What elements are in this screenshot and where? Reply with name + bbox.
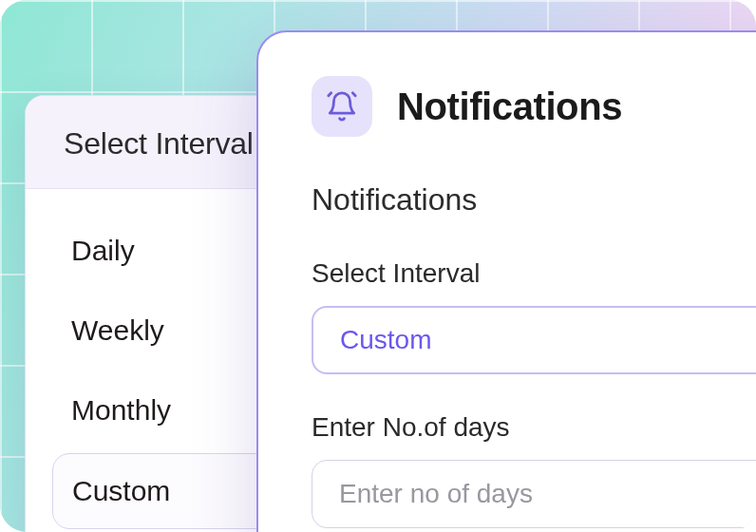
- days-input-wrapper: [312, 460, 756, 528]
- card-header: Notifications: [312, 76, 756, 137]
- card-title: Notifications: [397, 86, 622, 128]
- notifications-card: Notifications Notifications Select Inter…: [256, 30, 756, 532]
- notifications-toggle-label: Notifications: [312, 182, 477, 218]
- notifications-toggle-row: Notifications: [312, 179, 756, 220]
- interval-field-label: Select Interval: [312, 258, 756, 289]
- interval-select[interactable]: Custom: [312, 306, 756, 374]
- bell-icon-tile: [312, 76, 372, 137]
- interval-select-value: Custom: [340, 325, 431, 355]
- days-input[interactable]: [339, 479, 756, 509]
- bell-icon: [326, 90, 358, 123]
- days-field-label: Enter No.of days: [312, 412, 756, 443]
